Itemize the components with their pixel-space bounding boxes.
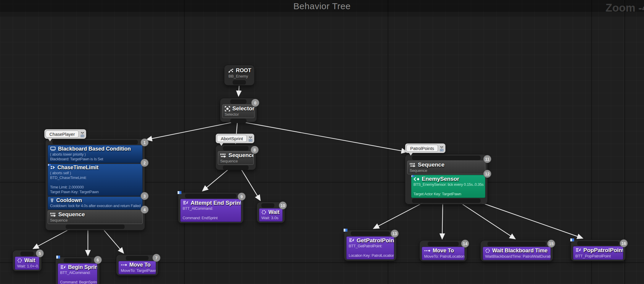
node-chase-sequence[interactable]: 1 2 3 4 Blackboard Based Condition ( abo… — [45, 138, 145, 230]
execution-index-badge: 5 — [36, 249, 44, 257]
node-subtitle: WaitBlackboardTime: PatrolWaitDuration — [485, 254, 548, 259]
node-wait-3s[interactable]: 10 Wait Wait: 3.0s — [257, 202, 285, 223]
input-pin[interactable] — [223, 146, 249, 151]
node-move-to-target[interactable]: 7 Move To MoveTo: TargetPawn — [116, 254, 158, 276]
execution-index-badge: 15 — [547, 240, 555, 248]
output-pin[interactable] — [230, 119, 247, 123]
node-get-patrol-point[interactable]: 13 GetPatrolPoint BTT_GetPatrolPoint: Lo… — [344, 230, 397, 261]
decorator-cooldown[interactable]: Cooldown Cooldown: lock for 4.0s after e… — [48, 196, 143, 210]
execution-index-badge: 11 — [483, 155, 491, 163]
node-begin-sprint[interactable]: 6 Begin Sprint BTT_AICommand: Command: B… — [55, 257, 100, 284]
node-root[interactable]: ROOT BB_Enemy — [224, 65, 255, 85]
wire-patrol-poppoint — [482, 203, 582, 238]
input-pin[interactable] — [185, 194, 236, 198]
task-icon — [183, 201, 189, 205]
comment-lines-icon — [249, 139, 252, 142]
task-icon — [349, 238, 355, 243]
node-title: Sequence — [58, 211, 85, 218]
output-pin[interactable] — [412, 199, 481, 203]
wire-patrol-getpoint — [374, 203, 423, 228]
wire-selector-patrol — [243, 122, 407, 152]
execution-index-badge: 9 — [238, 193, 246, 201]
node-abort-sequence[interactable]: 8 Sequence Sequence — [215, 145, 256, 170]
move-to-icon — [424, 249, 431, 252]
input-pin[interactable] — [261, 203, 274, 208]
comment-text: AbortSprint — [217, 135, 247, 142]
output-pin[interactable] — [223, 165, 249, 170]
node-title: Attempt End Sprint — [191, 200, 241, 206]
wire-patrol-moveto — [442, 203, 443, 239]
input-pin[interactable] — [52, 140, 138, 144]
task-line — [349, 248, 392, 253]
pin-icon[interactable] — [440, 145, 444, 149]
pin-icon[interactable] — [80, 131, 84, 135]
service-enemysensor[interactable]: EnemySensor BTS_EnemySensor: tick every … — [411, 175, 485, 198]
input-pin[interactable] — [230, 99, 247, 104]
comment-text: PatrolPoints — [406, 145, 438, 152]
input-pin[interactable] — [428, 242, 458, 246]
blackboard-icon — [50, 146, 56, 151]
task-line: BTT_GetPatrolPoint: — [349, 244, 392, 248]
node-move-to-patrol[interactable]: 14 Move To MoveTo: PatrolLocation — [419, 240, 467, 262]
service-icon — [413, 177, 420, 181]
wire-root-selector — [239, 86, 239, 96]
sequence-icon — [410, 162, 416, 167]
graph-canvas[interactable]: Behavior Tree Zoom -4 — [0, 0, 644, 284]
input-pin[interactable] — [64, 258, 91, 263]
execution-index-badge: 13 — [391, 230, 399, 238]
input-pin[interactable] — [20, 251, 34, 256]
node-title: Wait — [24, 257, 35, 264]
task-line — [60, 275, 95, 280]
decorator-title: Blackboard Based Condition — [58, 146, 131, 152]
service-title: EnemySensor — [422, 176, 459, 182]
comment-lines-icon — [80, 135, 84, 137]
task-line — [183, 211, 239, 216]
pin-icon[interactable] — [249, 135, 252, 139]
node-patrol-sequence[interactable]: 11 12 Sequence Sequence EnemySensor BTS_… — [405, 154, 488, 204]
node-selector[interactable]: 0 Selector Selector — [220, 98, 257, 122]
composite-sequence[interactable]: Sequence Sequence — [48, 210, 143, 224]
node-title: Wait — [268, 209, 279, 215]
composite-sequence[interactable]: Sequence Sequence — [407, 161, 485, 174]
node-pop-patrol-point[interactable]: 16 PopPatrolPoint BTT_PopPatrolPoint — [571, 240, 626, 261]
node-wait-chase[interactable]: 5 Wait Wait: 1.0+-0.2s — [12, 250, 42, 271]
comment-bubble-chase-player[interactable]: ChasePlayer — [44, 129, 86, 139]
node-subtitle: Selector — [225, 112, 252, 117]
decorator-blackboard-condition[interactable]: Blackboard Based Condition ( aborts lowe… — [48, 145, 143, 163]
execution-index-badge: 12 — [483, 170, 491, 178]
input-pin[interactable] — [577, 241, 619, 246]
node-wait-blackboard-time[interactable]: 15 Wait Blackboard Time WaitBlackboardTi… — [480, 240, 553, 262]
node-attempt-end-sprint[interactable]: 9 Attempt End Sprint BTT_AICommand: Comm… — [178, 192, 244, 223]
node-subtitle: MoveTo: PatrolLocation — [424, 254, 462, 259]
input-pin[interactable] — [351, 231, 390, 236]
input-pin[interactable] — [487, 242, 546, 246]
node-title: Move To — [129, 262, 151, 268]
comment-bubble-tail — [409, 153, 413, 156]
root-icon — [228, 68, 234, 73]
task-line: Location Key: PatrolLocation — [349, 253, 392, 258]
decorator-dots-icon — [50, 165, 55, 170]
input-pin[interactable] — [412, 156, 481, 160]
output-pin[interactable] — [66, 225, 125, 229]
node-title: Selector — [232, 105, 255, 112]
wire-abort-endsprint — [203, 170, 228, 191]
comment-bubble-abort-sprint[interactable]: AbortSprint — [216, 134, 254, 143]
wire-chase-moveto — [102, 228, 123, 253]
comment-bubble-patrol-points[interactable]: PatrolPoints — [405, 143, 445, 153]
node-title: GetPatrolPoint — [357, 237, 394, 244]
decorator-title: Cooldown — [56, 197, 82, 204]
node-subtitle: Wait: 3.0s — [261, 216, 280, 220]
cooldown-icon — [50, 198, 54, 203]
input-pin[interactable] — [126, 256, 148, 260]
node-title: Begin Sprint — [68, 264, 97, 270]
execution-index-badge: 4 — [141, 206, 149, 214]
blueprint-indicator — [344, 229, 347, 232]
node-subtitle: Sequence — [220, 159, 251, 163]
decorator-chasetimelimit[interactable]: ChaseTimeLimit ( aborts self ) BTD_Chase… — [48, 164, 143, 196]
decorator-line: Cooldown: lock for 4.0s after execution … — [50, 204, 140, 208]
node-title: Move To — [433, 248, 454, 254]
execution-index-badge: 2 — [141, 159, 149, 167]
task-icon — [575, 248, 581, 253]
decorator-line — [50, 180, 140, 185]
output-pin[interactable] — [233, 80, 246, 85]
